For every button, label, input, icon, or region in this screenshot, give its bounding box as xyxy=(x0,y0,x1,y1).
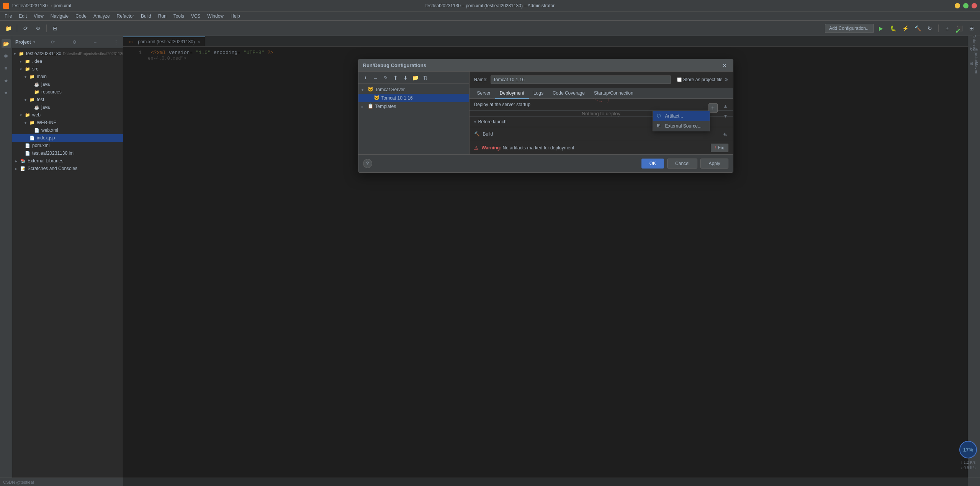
z-structure-icon[interactable]: Z-Structure xyxy=(969,51,980,61)
tree-test-java[interactable]: ☕ java xyxy=(12,103,123,111)
panel-sync-btn[interactable]: ⟳ xyxy=(49,39,56,46)
menu-tools[interactable]: Tools xyxy=(170,13,187,20)
tree-webinf[interactable]: ▾ 📁 WEB-INF xyxy=(12,119,123,126)
settings-btn[interactable]: ⚙ xyxy=(33,23,43,34)
tree-root[interactable]: ▾ 📁 testleaf20231130 D:\testleafProjects… xyxy=(12,50,123,57)
apply-button[interactable]: Apply xyxy=(700,159,728,169)
project-view-icon[interactable]: 📂 xyxy=(2,39,11,48)
menu-view[interactable]: View xyxy=(31,13,47,20)
database-icon[interactable]: Database xyxy=(971,39,977,48)
menu-navigate[interactable]: Navigate xyxy=(47,13,72,20)
tree-src[interactable]: ▾ 📁 src xyxy=(12,65,123,73)
profile-button[interactable]: ⚡ xyxy=(900,23,911,34)
tree-index-jsp-label: index.jsp xyxy=(37,135,55,141)
network-percent: 17 xyxy=(963,447,969,453)
name-input[interactable] xyxy=(491,75,671,84)
ok-button[interactable]: OK xyxy=(641,159,664,169)
sync-btn[interactable]: ⟳ xyxy=(20,23,31,34)
structure-icon[interactable]: ≡ xyxy=(2,64,11,73)
menu-vcs[interactable]: VCS xyxy=(188,13,204,20)
tab-startup[interactable]: Startup/Connection xyxy=(589,88,638,99)
config-sort-btn[interactable]: ⇅ xyxy=(421,74,430,82)
panel-collapse-btn[interactable]: – xyxy=(92,39,98,46)
dropdown-artifact[interactable]: ⬡ Artifact... xyxy=(653,111,710,121)
config-folder-btn[interactable]: 📁 xyxy=(411,74,420,82)
minimize-button[interactable] xyxy=(955,3,960,8)
tree-resources-label: resources xyxy=(41,89,62,95)
menu-run[interactable]: Run xyxy=(155,13,170,20)
menu-refactor[interactable]: Refactor xyxy=(114,13,137,20)
tab-logs[interactable]: Logs xyxy=(529,88,548,99)
tree-resources[interactable]: 📁 resources xyxy=(12,88,123,96)
tab-code-coverage[interactable]: Code Coverage xyxy=(548,88,589,99)
project-dropdown-icon[interactable]: ▾ xyxy=(33,40,35,44)
tree-main-java[interactable]: ☕ java xyxy=(12,80,123,88)
layout-button[interactable]: ⊞ xyxy=(966,23,977,34)
maximize-button[interactable] xyxy=(963,3,969,8)
run-button[interactable]: ▶ xyxy=(875,23,886,34)
file-tree: ▾ 📁 testleaf20231130 D:\testleafProjects… xyxy=(12,48,123,486)
tab-server[interactable]: Server xyxy=(473,88,495,99)
config-templates[interactable]: ▸ 📋 Templates xyxy=(358,102,469,111)
main-toolbar: 📁 ⟳ ⚙ ⊟ Add Configuration... ▶ 🐛 ⚡ 🔨 ↻ ±… xyxy=(0,21,980,36)
favorites-icon[interactable]: ♥ xyxy=(2,88,11,97)
fix-label: Fix xyxy=(718,145,724,151)
build-button[interactable]: 🔨 xyxy=(912,23,923,34)
menu-build[interactable]: Build xyxy=(138,13,154,20)
menu-help[interactable]: Help xyxy=(227,13,243,20)
tree-index-jsp[interactable]: 📄 index.jsp xyxy=(12,134,123,142)
close-button[interactable] xyxy=(972,3,977,8)
dialog-close-button[interactable]: ✕ xyxy=(721,62,728,69)
panel-gear-btn[interactable]: ⋮ xyxy=(112,39,120,46)
tree-iml[interactable]: 📄 testleaf20231130.iml xyxy=(12,149,123,157)
help-button[interactable]: ? xyxy=(363,159,372,168)
cancel-button[interactable]: Cancel xyxy=(667,159,697,169)
config-add-btn[interactable]: + xyxy=(362,74,370,82)
tree-test-java-label: java xyxy=(41,105,50,110)
tree-idea-label: .idea xyxy=(32,59,42,64)
config-tomcat-server[interactable]: ▾ 🐱 Tomcat Server xyxy=(358,85,469,94)
update-button[interactable]: ↻ xyxy=(924,23,935,34)
config-remove-btn[interactable]: – xyxy=(371,74,380,82)
tree-pom-xml[interactable]: 📄 pom.xml xyxy=(12,142,123,149)
right-sidebar: Database Z-Structure m Maven xyxy=(968,36,980,486)
vcs-button[interactable]: ± xyxy=(942,23,952,34)
menu-analyze[interactable]: Analyze xyxy=(90,13,113,20)
dropdown-external-source[interactable]: ⊞ External Source... xyxy=(653,121,710,131)
deploy-side-edit[interactable]: ✎ xyxy=(722,131,730,139)
menu-edit[interactable]: Edit xyxy=(16,13,30,20)
store-info-icon[interactable]: ⚙ xyxy=(724,77,728,82)
commit-icon[interactable]: ✱ xyxy=(2,51,11,61)
menu-window[interactable]: Window xyxy=(204,13,227,20)
config-down-btn[interactable]: ⬇ xyxy=(401,74,410,82)
tree-web-xml[interactable]: 📄 web.xml xyxy=(12,126,123,134)
toolbar-sep-1 xyxy=(17,25,17,32)
run-debug-dialog: Run/Debug Configurations ✕ + – ✎ ⬆ ⬇ 📁 xyxy=(358,59,733,173)
deploy-side-up[interactable]: ▲ xyxy=(722,102,730,110)
tree-scratches[interactable]: ▸ 📝 Scratches and Consoles xyxy=(12,165,123,172)
project-btn[interactable]: 📁 xyxy=(3,23,14,34)
bookmarks-icon[interactable]: ★ xyxy=(2,76,11,85)
debug-button[interactable]: 🐛 xyxy=(888,23,898,34)
store-checkbox[interactable] xyxy=(677,77,682,82)
tree-test[interactable]: ▾ 📁 test xyxy=(12,96,123,103)
config-copy-btn[interactable]: ⬆ xyxy=(391,74,400,82)
add-configuration-button[interactable]: Add Configuration... xyxy=(825,24,874,33)
maven-icon[interactable]: m Maven xyxy=(969,64,980,73)
deploy-content: Nothing to deploy ⬡ Artifact... ⊞ xyxy=(470,111,733,116)
config-edit-btn[interactable]: ✎ xyxy=(381,74,390,82)
menu-file[interactable]: File xyxy=(2,13,15,20)
dialog-right-panel: Name: Store as project file ⚙ Server D xyxy=(470,72,733,154)
fix-button[interactable]: ! Fix xyxy=(711,144,728,152)
panel-settings-btn[interactable]: ⚙ xyxy=(71,39,78,46)
collapse-btn[interactable]: ⊟ xyxy=(50,23,61,34)
tree-external-libs[interactable]: ▸ 📚 External Libraries xyxy=(12,157,123,165)
tab-deployment[interactable]: Deployment xyxy=(495,88,529,99)
sidebar-icons: 📂 ✱ ≡ ★ ♥ ⚠ xyxy=(0,36,12,486)
tree-web[interactable]: ▾ 📁 web xyxy=(12,111,123,119)
tree-main[interactable]: ▾ 📁 main xyxy=(12,73,123,80)
menu-code[interactable]: Code xyxy=(72,13,90,20)
web-xml-icon: 📄 xyxy=(34,127,40,133)
tree-idea[interactable]: ▸ 📁 .idea xyxy=(12,57,123,65)
config-tomcat-instance[interactable]: 🐱 Tomcat 10.1.16 xyxy=(358,94,469,102)
